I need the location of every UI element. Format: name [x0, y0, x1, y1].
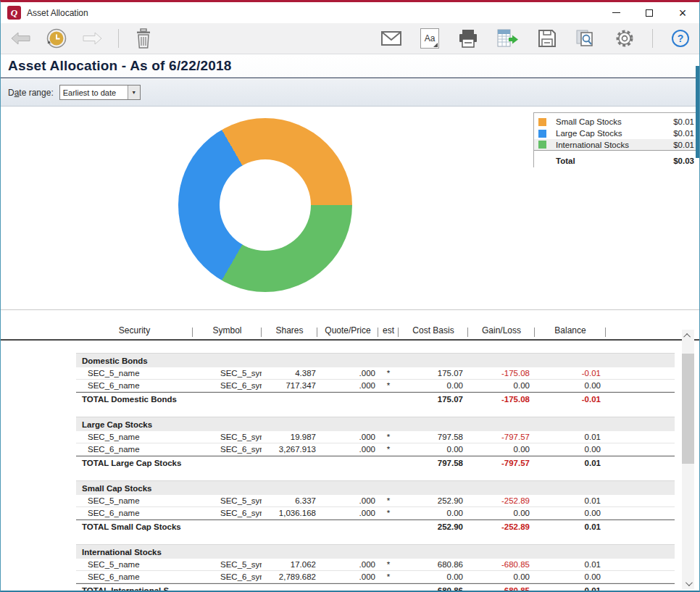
cell-quote: .000 [317, 380, 378, 391]
chevron-down-icon: ▼ [128, 86, 140, 99]
column-header-gain-loss[interactable]: Gain/Loss [468, 325, 535, 339]
print-button[interactable] [458, 29, 478, 48]
cell-security: SEC_6_name [76, 507, 193, 519]
table-row[interactable]: SEC_6_name SEC_6_sym 2,789.682 .000 * 0.… [76, 571, 675, 583]
column-header-est[interactable]: est [378, 325, 399, 339]
email-button[interactable] [381, 31, 401, 46]
legend-swatch-green [538, 141, 546, 149]
legend-item[interactable]: Small Cap Stocks $0.01 [534, 116, 696, 128]
cell-est: * [378, 507, 399, 519]
date-range-band: Date range: Earliest to date ▼ [1, 79, 699, 107]
toolbar-right-group: Aa [362, 28, 689, 49]
window-title: Asset Allocation [27, 8, 88, 18]
date-range-select[interactable]: Earliest to date ▼ [59, 85, 141, 100]
scrollbar-up-button[interactable] [682, 330, 694, 341]
column-header-cost-basis[interactable]: Cost Basis [399, 325, 468, 339]
report-preview-icon [575, 29, 596, 48]
column-header-balance[interactable]: Balance [535, 325, 606, 339]
font-size-icon: Aa [420, 28, 439, 49]
cell-est: * [378, 559, 399, 570]
cell-security: SEC_6_name [76, 380, 193, 391]
cell-cost-basis: 0.00 [399, 380, 468, 391]
save-floppy-icon [538, 29, 557, 48]
cell-quote: .000 [317, 443, 378, 455]
cell-gain-loss: 0.00 [468, 380, 535, 391]
donut-chart[interactable] [178, 118, 352, 292]
table-row[interactable]: SEC_5_name SEC_5_sym 4.387 .000 * 175.07… [76, 367, 675, 380]
chevron-up-icon [683, 333, 691, 340]
total-cost-basis: 252.90 [399, 520, 468, 533]
date-range-label: Date range: [8, 88, 54, 98]
chart-legend: Small Cap Stocks $0.01 Large Cap Stocks … [533, 112, 696, 167]
total-gain-loss: -797.57 [468, 456, 535, 470]
total-label: TOTAL Small Cap Stocks [76, 520, 399, 533]
minimize-button[interactable] [599, 2, 633, 23]
table-section-large-cap-stocks: Large Cap Stocks SEC_5_name SEC_5_sym 19… [76, 417, 675, 470]
cell-est: * [378, 367, 399, 379]
scrollbar-down-button[interactable] [682, 578, 694, 589]
maximize-icon [646, 9, 653, 17]
cell-gain-loss: 0.00 [468, 443, 535, 455]
scrollbar-thumb[interactable] [682, 354, 694, 464]
report-scrollbar-thumb[interactable] [696, 66, 699, 158]
legend-item[interactable]: International Stocks $0.01 [534, 139, 696, 151]
legend-total-value: $0.03 [673, 157, 694, 165]
table-row[interactable]: SEC_6_name SEC_6_sym 717.347 .000 * 0.00… [76, 380, 675, 392]
legend-value: $0.01 [673, 117, 694, 126]
table-total-row: TOTAL Domestic Bonds 175.07 -175.08 -0.0… [76, 392, 675, 406]
table-section-domestic-bonds: Domestic Bonds SEC_5_name SEC_5_sym 4.38… [76, 353, 675, 406]
table-scrollbar[interactable] [682, 330, 694, 589]
forward-button[interactable] [83, 32, 102, 45]
title-bar: Q Asset Allocation × [1, 2, 699, 23]
table-row[interactable]: SEC_6_name SEC_6_sym 1,036.168 .000 * 0.… [76, 507, 675, 520]
help-button[interactable]: ? [672, 30, 689, 47]
column-header-filler [606, 325, 675, 339]
save-button[interactable] [538, 29, 557, 48]
table-row[interactable]: SEC_5_name SEC_5_sym 6.337 .000 * 252.90… [76, 495, 675, 507]
cell-symbol: SEC_6_sym [193, 571, 262, 583]
cell-quote: .000 [317, 431, 378, 443]
table-header: Security Symbol Shares Quote/Price est C… [1, 311, 699, 341]
maximize-button[interactable] [633, 2, 666, 23]
back-button[interactable] [11, 32, 30, 45]
close-button[interactable]: × [666, 2, 699, 23]
table-row[interactable]: SEC_5_name SEC_5_sym 19.987 .000 * 797.5… [76, 431, 675, 443]
export-spreadsheet-icon [497, 29, 519, 48]
settings-button[interactable] [614, 28, 635, 49]
total-label: TOTAL Large Cap Stocks [76, 456, 399, 470]
trash-icon [135, 28, 152, 49]
legend-total-row: Total $0.03 [534, 154, 696, 167]
legend-item[interactable]: Large Cap Stocks $0.01 [534, 128, 696, 139]
table-row[interactable]: SEC_6_name SEC_6_sym 3,267.913 .000 * 0.… [76, 443, 675, 456]
delete-button[interactable] [135, 28, 152, 49]
toolbar: Aa [1, 23, 699, 54]
export-button[interactable] [497, 29, 519, 48]
cell-shares: 717.347 [262, 380, 317, 391]
minimize-icon [612, 12, 620, 13]
column-header-security[interactable]: Security [76, 325, 193, 339]
font-size-button[interactable]: Aa [420, 28, 439, 49]
legend-label: Large Cap Stocks [556, 129, 673, 138]
column-header-symbol[interactable]: Symbol [193, 325, 262, 339]
total-balance: 0.01 [535, 520, 606, 533]
cell-symbol: SEC_6_sym [193, 380, 262, 391]
cell-cost-basis: 0.00 [399, 507, 468, 519]
cell-shares: 2,789.682 [262, 571, 317, 583]
column-header-shares[interactable]: Shares [262, 325, 317, 339]
table-section-international-stocks: International Stocks SEC_5_name SEC_5_sy… [76, 544, 675, 591]
legend-swatch-orange [538, 118, 546, 126]
column-header-quote-price[interactable]: Quote/Price [317, 325, 378, 339]
help-icon: ? [672, 30, 689, 47]
preview-button[interactable] [575, 29, 596, 48]
cell-security: SEC_5_name [76, 431, 193, 443]
page-title: Asset Allocation - As of 6/22/2018 [8, 58, 231, 74]
cell-cost-basis: 0.00 [399, 571, 468, 583]
history-button[interactable] [46, 28, 67, 49]
quicken-logo-icon: Q [7, 6, 21, 20]
total-gain-loss: -680.85 [468, 584, 535, 591]
section-header: Domestic Bonds [76, 353, 675, 367]
history-clock-icon [46, 28, 67, 49]
table-row[interactable]: SEC_5_name SEC_5_sym 17.062 .000 * 680.8… [76, 559, 675, 571]
envelope-icon [381, 31, 401, 46]
cell-symbol: SEC_6_sym [193, 443, 262, 455]
